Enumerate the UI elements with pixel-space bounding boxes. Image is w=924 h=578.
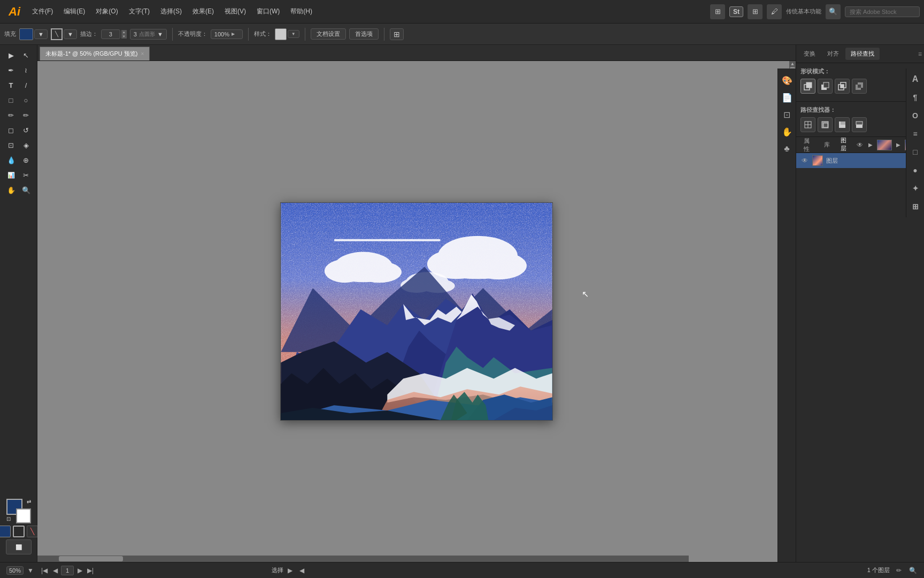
square-icon[interactable]: □ [908, 144, 923, 159]
eye-icon[interactable]: 👁 [856, 141, 864, 149]
brush-icon[interactable]: 🖊 [767, 4, 782, 19]
grid-icon[interactable]: ⊞ [908, 199, 923, 214]
style-control[interactable]: ▼ [275, 28, 299, 40]
menu-select[interactable]: 选择(S) [155, 5, 187, 18]
crop-btn[interactable] [852, 117, 867, 132]
status-edit-icon[interactable]: ✏ [894, 566, 904, 575]
menu-object[interactable]: 对象(O) [90, 5, 123, 18]
layers-panel[interactable]: 👁 图层 [796, 153, 924, 562]
line-tool[interactable]: / [19, 78, 33, 92]
stroke-up-arrow[interactable]: ▲ [121, 30, 127, 34]
style-swatch[interactable] [275, 28, 287, 40]
paragraph-icon[interactable]: ¶ [908, 90, 923, 105]
shaper-tool[interactable]: ◈ [19, 138, 33, 152]
fill-icon[interactable] [0, 526, 11, 537]
style-dropdown[interactable]: ▼ [288, 30, 299, 38]
opacity-control[interactable]: 100% ▶ [211, 29, 243, 39]
slice-tool[interactable]: ✂ [19, 168, 33, 182]
eraser-tool[interactable]: ◻ [4, 123, 18, 137]
first-page-btn[interactable]: |◀ [40, 566, 49, 575]
brush-tool[interactable]: ✏ [4, 108, 18, 122]
rotate-tool[interactable]: ↺ [19, 123, 33, 137]
menu-file[interactable]: 文件(F) [27, 5, 58, 18]
next-page-btn[interactable]: ▶ [75, 566, 84, 575]
menu-effect[interactable]: 效果(E) [187, 5, 219, 18]
layer-eye-icon[interactable]: 👁 [800, 156, 809, 165]
blend-tool[interactable]: ⊕ [19, 153, 33, 167]
zoom-tool[interactable]: 🔍 [19, 183, 33, 197]
eyedropper-tool[interactable]: 💧 [4, 153, 18, 167]
canvas-area[interactable]: 未标题-1* @ 50% (RGB/GPU 预览) × ▲ ▼ [37, 45, 796, 562]
direct-selection-tool[interactable]: ↖ [19, 48, 33, 62]
prev-page-btn[interactable]: ◀ [50, 566, 60, 575]
arrange-button[interactable]: ⊞ [390, 28, 404, 40]
artboard-tool[interactable]: ⬜ [6, 539, 32, 554]
transform-panel-icon[interactable]: ⊡ [780, 107, 795, 122]
library-tab[interactable]: 库 [819, 139, 835, 151]
minus-front-btn[interactable] [818, 79, 833, 94]
reset-colors-icon[interactable]: ⊡ [6, 516, 14, 523]
align-tab[interactable]: 对齐 [822, 48, 844, 60]
stroke-spinners[interactable]: ▲ ▼ [121, 30, 127, 39]
menu-text[interactable]: 文字(T) [124, 5, 155, 18]
hand-tool[interactable]: ✋ [4, 183, 18, 197]
chevron-icon[interactable]: ▶ [866, 141, 875, 149]
layer-row-1[interactable]: 👁 图层 [796, 153, 924, 168]
transform-tab[interactable]: 变换 [798, 48, 821, 60]
paint-panel-icon[interactable]: 🎨 [780, 73, 795, 88]
text-tool[interactable]: T [4, 78, 18, 92]
stroke-control[interactable]: ╲ ▼ [51, 28, 77, 40]
zoom-dropdown-arrow[interactable]: ▼ [26, 566, 35, 575]
page-panel-icon[interactable]: 📄 [780, 90, 795, 105]
divide-btn[interactable] [800, 117, 815, 132]
status-search-icon[interactable]: 🔍 [908, 566, 918, 575]
none-icon[interactable]: ╲ [27, 526, 38, 537]
stock-search-input[interactable] [845, 6, 920, 17]
expand-icon[interactable]: ▶ [894, 141, 903, 149]
ellipse-tool[interactable]: ○ [19, 93, 33, 107]
exclude-btn[interactable] [852, 79, 867, 94]
pencil-tool[interactable]: ✏ [19, 108, 33, 122]
trim-btn[interactable] [818, 117, 833, 132]
attributes-tab[interactable]: 属性 [798, 135, 819, 155]
layers-tab[interactable]: 图层 [835, 134, 856, 156]
search-icon[interactable]: 🔍 [826, 4, 841, 19]
fill-control[interactable]: ▼ [19, 28, 48, 40]
stroke-down-arrow[interactable]: ▼ [121, 34, 127, 39]
rect-tool[interactable]: □ [4, 93, 18, 107]
classic-mode-label[interactable]: 传统基本功能 [786, 7, 821, 16]
preferences-button[interactable]: 首选项 [349, 28, 379, 40]
menu-window[interactable]: 窗口(W) [251, 5, 285, 18]
circle-icon[interactable]: O [908, 108, 923, 123]
select-panel-icon[interactable]: ✋ [780, 124, 795, 139]
scale-tool[interactable]: ⊡ [4, 138, 18, 152]
clubs-icon[interactable]: ♣ [780, 141, 795, 156]
fill-dropdown[interactable]: ▼ [34, 29, 48, 39]
stroke-dropdown[interactable]: ▼ [64, 29, 77, 39]
doc-tab[interactable]: 未标题-1* @ 50% (RGB/GPU 预览) × [40, 47, 150, 60]
menu-edit[interactable]: 编辑(E) [58, 5, 90, 18]
workspace-icon[interactable]: ⊞ [710, 4, 725, 19]
stroke-width-control[interactable]: 3 ▲ ▼ [101, 29, 127, 39]
doc-setup-button[interactable]: 文档设置 [311, 28, 346, 40]
zoom-value[interactable]: 50% [6, 566, 24, 575]
page-number-input[interactable] [61, 566, 74, 575]
stroke-width-input[interactable]: 3 [101, 29, 120, 39]
swap-colors-icon[interactable]: ⇄ [27, 499, 31, 505]
background-color[interactable] [16, 508, 31, 523]
unite-shape-btn[interactable] [800, 79, 815, 94]
pathfinder-tab[interactable]: 路径查找 [845, 48, 880, 60]
artwork-frame[interactable] [280, 202, 553, 421]
tab-close-button[interactable]: × [141, 51, 144, 57]
grid-view-icon[interactable]: ⊞ [748, 4, 763, 19]
menu-help[interactable]: 帮助(H) [285, 5, 318, 18]
sparkle-icon[interactable]: ✦ [908, 181, 923, 196]
last-page-btn[interactable]: ▶| [86, 566, 95, 575]
lines-icon[interactable]: ≡ [908, 126, 923, 141]
curvature-tool[interactable]: ≀ [19, 63, 33, 77]
status-back[interactable]: ◀ [297, 566, 307, 575]
intersect-btn[interactable] [835, 79, 850, 94]
merge-btn[interactable] [835, 117, 850, 132]
stroke-icon[interactable] [13, 526, 25, 537]
stroke-swatch[interactable]: ╲ [51, 28, 63, 40]
